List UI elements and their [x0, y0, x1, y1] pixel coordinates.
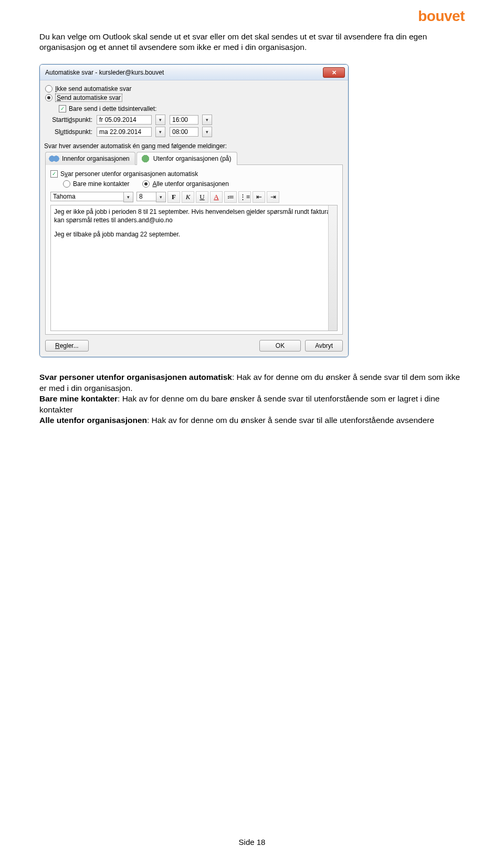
- end-time-row: Sluttidspunkt: ma 22.09.2014▾ 08:00▾: [45, 127, 343, 137]
- indent-button[interactable]: ⇥: [267, 191, 279, 203]
- radio-all-outside-label: Alle utenfor organisasjonen: [152, 180, 228, 188]
- bullets-button[interactable]: ≔: [224, 191, 237, 203]
- font-select[interactable]: Tahoma: [50, 192, 124, 201]
- outdent-button[interactable]: ⇤: [253, 191, 265, 203]
- tab-inside-label: Innenfor organisasjonen: [62, 155, 130, 162]
- start-time-row: Starttidspunkt: fr 05.09.2014▾ 16:00▾: [45, 115, 343, 125]
- italic-button[interactable]: K: [182, 191, 194, 203]
- checkbox-icon: [59, 105, 66, 112]
- underline-button[interactable]: U: [196, 191, 208, 203]
- tab-outside-pane: Svar personer utenfor organisasjonen aut…: [45, 164, 343, 335]
- chevron-down-icon[interactable]: ▾: [155, 115, 165, 125]
- auto-reply-dialog: Automatiske svar - kursleder@kurs.bouvet…: [39, 64, 349, 357]
- reply-section-label: Svar hver avsender automatisk én gang me…: [44, 142, 343, 150]
- radio-send-label: Send automatiske svar: [55, 94, 122, 102]
- checkbox-time-interval[interactable]: Bare send i dette tidsintervallet:: [59, 105, 343, 113]
- start-time-input[interactable]: 16:00: [170, 115, 198, 125]
- explanation-text: Svar personer utenfor organisasjonen aut…: [39, 372, 465, 426]
- message-line-1: Jeg er ikke på jobb i perioden 8 til 21 …: [54, 208, 334, 224]
- close-icon[interactable]: ✕: [323, 67, 345, 78]
- tabs: Innenfor organisasjonen Utenfor organisa…: [45, 152, 343, 165]
- chevron-down-icon[interactable]: ▾: [202, 115, 212, 125]
- dialog-titlebar: Automatiske svar - kursleder@kurs.bouvet…: [40, 65, 348, 80]
- radio-icon: [142, 180, 150, 188]
- checkbox-reply-outside[interactable]: Svar personer utenfor organisasjonen aut…: [50, 170, 338, 178]
- chevron-down-icon[interactable]: ▾: [155, 127, 165, 137]
- message-textarea[interactable]: Jeg er ikke på jobb i perioden 8 til 21 …: [50, 205, 338, 331]
- checkbox-icon: [50, 170, 58, 178]
- radio-icon: [45, 94, 52, 101]
- numbering-button[interactable]: ⋮≡: [238, 191, 251, 203]
- tab-outside-label: Utenfor organisasjonen (på): [153, 155, 232, 162]
- checkbox-reply-outside-label: Svar personer utenfor organisasjonen aut…: [60, 170, 198, 178]
- page-number: Side 18: [0, 838, 504, 846]
- radio-my-contacts-label: Bare mine kontakter: [73, 180, 129, 188]
- bold-button[interactable]: F: [167, 191, 180, 203]
- font-size-select[interactable]: 8: [136, 192, 156, 201]
- format-toolbar: Tahoma▾ 8▾ F K U A ≔ ⋮≡ ⇤ ⇥: [50, 191, 338, 203]
- radio-do-not-send[interactable]: Ikke send automatiske svar: [45, 85, 343, 93]
- start-label: Starttidspunkt:: [45, 116, 92, 123]
- dialog-title: Automatiske svar - kursleder@kurs.bouvet: [45, 69, 164, 76]
- tab-inside-org[interactable]: Innenfor organisasjonen: [45, 152, 135, 165]
- radio-do-not-send-label: Ikke send automatiske svar: [55, 85, 131, 92]
- globe-icon: [140, 154, 151, 163]
- end-time-input[interactable]: 08:00: [170, 127, 198, 137]
- rules-button[interactable]: Regler...: [45, 340, 89, 352]
- message-line-2: Jeg er tilbake på jobb mandag 22 septemb…: [54, 230, 334, 239]
- chevron-down-icon[interactable]: ▾: [123, 192, 133, 202]
- radio-my-contacts[interactable]: Bare mine kontakter: [63, 180, 129, 188]
- end-date-input[interactable]: ma 22.09.2014: [97, 127, 152, 137]
- chevron-down-icon[interactable]: ▾: [156, 192, 166, 202]
- intro-paragraph: Du kan velge om Outlook skal sende ut et…: [39, 0, 465, 53]
- radio-send[interactable]: Send automatiske svar: [45, 93, 343, 102]
- people-icon: [49, 154, 59, 163]
- brand-logo: bouvet: [418, 8, 465, 25]
- ok-button[interactable]: OK: [259, 340, 301, 352]
- radio-icon: [63, 180, 70, 188]
- start-date-input[interactable]: fr 05.09.2014: [97, 115, 152, 125]
- radio-all-outside[interactable]: Alle utenfor organisasjonen: [142, 180, 228, 188]
- cancel-button[interactable]: Avbryt: [305, 340, 343, 352]
- radio-icon: [45, 85, 52, 92]
- tab-outside-org[interactable]: Utenfor organisasjonen (på): [136, 152, 237, 165]
- font-color-button[interactable]: A: [210, 191, 223, 203]
- checkbox-time-interval-label: Bare send i dette tidsintervallet:: [69, 105, 156, 112]
- end-label: Sluttidspunkt:: [45, 128, 92, 136]
- chevron-down-icon[interactable]: ▾: [202, 127, 212, 137]
